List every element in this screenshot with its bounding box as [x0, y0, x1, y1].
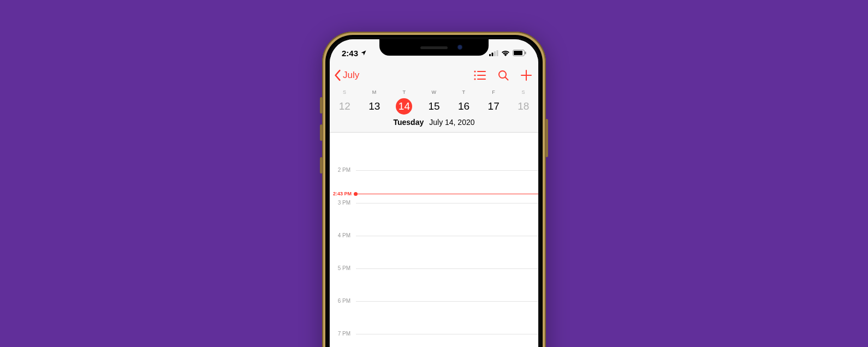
hour-row: 7 PM: [330, 334, 538, 347]
week-header: SMTWTFS 12131415161718 TuesdayJuly 14, 2…: [330, 87, 538, 133]
day-number: 17: [479, 98, 509, 115]
hour-row: 2 PM: [330, 170, 538, 203]
cellular-signal-icon: [489, 50, 498, 56]
svg-line-14: [506, 77, 508, 80]
hour-gridline: [356, 301, 538, 302]
hour-row: 5 PM: [330, 268, 538, 301]
dow-label: M: [360, 89, 390, 95]
dow-label: W: [419, 89, 449, 95]
day-number: 12: [330, 98, 360, 115]
week-col: M: [360, 89, 390, 95]
svg-rect-12: [477, 79, 486, 80]
week-col: W: [419, 89, 449, 95]
battery-icon: [513, 50, 526, 56]
hour-row: 3 PM: [330, 203, 538, 236]
current-time-line: [354, 194, 538, 194]
status-left: 2:43: [342, 49, 367, 58]
hour-label: 3 PM: [330, 200, 354, 206]
hour-label: 5 PM: [330, 265, 354, 271]
hour-label: 4 PM: [330, 232, 354, 238]
day-cell[interactable]: 13: [360, 95, 390, 115]
status-time: 2:43: [342, 49, 358, 58]
full-date-label: TuesdayJuly 14, 2020: [330, 118, 538, 127]
svg-rect-10: [477, 75, 486, 76]
dow-label: S: [330, 89, 360, 95]
week-col: T: [389, 89, 419, 95]
hour-row: 6 PM: [330, 301, 538, 334]
full-weekday: Tuesday: [393, 118, 424, 127]
svg-point-11: [474, 78, 475, 80]
hour-gridline: [356, 203, 538, 204]
svg-rect-1: [492, 52, 494, 56]
day-number: 13: [360, 98, 390, 115]
plus-icon: [521, 70, 532, 81]
dow-label: F: [479, 89, 509, 95]
day-cell[interactable]: 16: [449, 95, 479, 115]
svg-rect-3: [497, 50, 498, 56]
hour-gridline: [356, 170, 538, 171]
week-col: F: [479, 89, 509, 95]
svg-rect-2: [494, 51, 496, 56]
hour-gridline: [356, 334, 538, 334]
dow-label: S: [508, 89, 538, 95]
day-cell[interactable]: 18: [508, 95, 538, 115]
day-timeline[interactable]: 2 PM3 PM4 PM5 PM6 PM7 PM 2:43 PM: [330, 148, 538, 347]
svg-rect-8: [477, 71, 486, 72]
front-camera: [457, 45, 462, 50]
day-number: 16: [449, 98, 479, 115]
hour-gridline: [356, 236, 538, 236]
list-icon: [474, 70, 486, 80]
day-cell[interactable]: 12: [330, 95, 360, 115]
svg-point-9: [474, 74, 475, 76]
dow-label: T: [389, 89, 419, 95]
week-col: S: [508, 89, 538, 95]
hour-row: 4 PM: [330, 236, 538, 268]
day-of-week-row: SMTWTFS: [330, 89, 538, 95]
speaker-grille: [420, 46, 448, 49]
nav-actions: [474, 70, 532, 81]
back-button[interactable]: July: [334, 69, 359, 81]
svg-rect-0: [489, 54, 491, 56]
back-label: July: [343, 70, 359, 81]
status-right: [489, 50, 526, 56]
svg-rect-5: [514, 51, 522, 55]
current-time-label: 2:43 PM: [330, 191, 354, 196]
full-date: July 14, 2020: [429, 118, 474, 127]
day-cell[interactable]: 14: [389, 95, 419, 115]
notch: [379, 39, 489, 56]
week-col: S: [330, 89, 360, 95]
list-view-button[interactable]: [474, 70, 486, 80]
day-number-row: 12131415161718: [330, 95, 538, 115]
chevron-left-icon: [334, 69, 342, 81]
week-col: T: [449, 89, 479, 95]
nav-bar: July: [330, 63, 538, 87]
hour-label: 2 PM: [330, 167, 354, 173]
hour-label: 7 PM: [330, 331, 354, 337]
day-cell[interactable]: 15: [419, 95, 449, 115]
add-event-button[interactable]: [521, 70, 532, 81]
search-button[interactable]: [498, 70, 509, 81]
dow-label: T: [449, 89, 479, 95]
phone-device-frame: 2:43: [322, 32, 546, 347]
hour-label: 6 PM: [330, 298, 354, 304]
day-cell[interactable]: 17: [479, 95, 509, 115]
day-number: 18: [508, 98, 538, 115]
day-number: 14: [389, 98, 419, 115]
day-number: 15: [419, 98, 449, 115]
svg-point-7: [474, 70, 475, 72]
wifi-icon: [501, 50, 510, 56]
hour-gridline: [356, 268, 538, 269]
search-icon: [498, 70, 509, 81]
current-time-dot: [354, 192, 358, 196]
phone-screen: 2:43: [330, 39, 538, 347]
svg-rect-6: [525, 52, 526, 55]
location-icon: [360, 50, 367, 56]
